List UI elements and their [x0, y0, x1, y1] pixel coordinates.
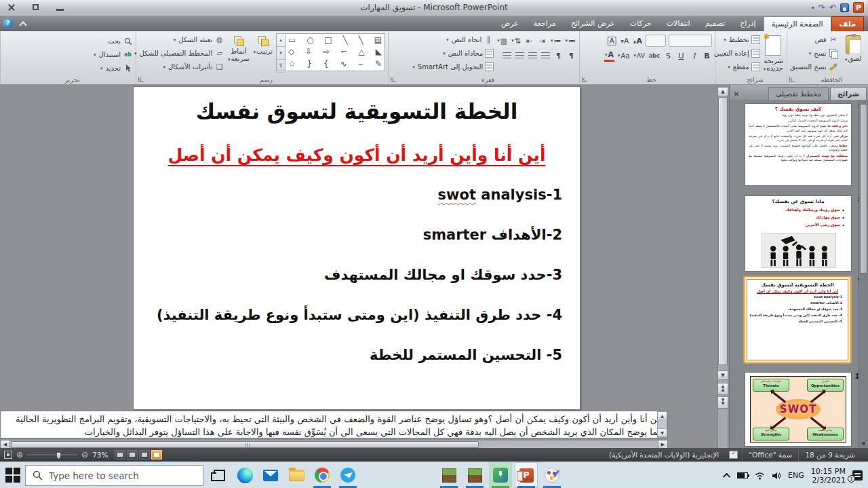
- shape-icon[interactable]: ⇨: [323, 47, 330, 57]
- clipboard-dialog-launcher-icon[interactable]: [789, 77, 795, 82]
- taskbar-search[interactable]: [25, 465, 203, 486]
- font-dialog-launcher-icon[interactable]: [582, 77, 587, 82]
- slide-10-thumbnail[interactable]: SWOT التهديدات والمخاطرThreats الفرصOppo…: [745, 372, 852, 447]
- align-text-button[interactable]: محاذاة النص: [412, 47, 494, 60]
- select-button[interactable]: تحديد: [3, 62, 133, 75]
- slide-list-item-2[interactable]: 2-الأهداف smarter: [423, 227, 562, 243]
- panel-close-icon[interactable]: ✕: [731, 89, 742, 100]
- powerpoint-logo-icon[interactable]: P: [853, 2, 864, 13]
- notes-vertical-scrollbar[interactable]: ▲ ▼: [657, 411, 667, 438]
- zoom-in-icon[interactable]: ⊕: [16, 451, 23, 459]
- numbering-button[interactable]: ≕: [550, 35, 562, 47]
- cut-button[interactable]: ✂قص: [790, 33, 838, 46]
- slide-9-thumbnail[interactable]: الخطة التسويقية لتسوق نفسك أين أنا وأين …: [747, 279, 848, 360]
- slide-canvas[interactable]: الخطة التسويقية لتسوق نفسك أين أنا وأين …: [134, 87, 580, 409]
- slide-8-thumbnail[interactable]: ماذا تسوق عن نفسك؟ سوق رؤيتك ورسالتك وأه…: [745, 195, 852, 271]
- show-hidden-icons-icon[interactable]: [723, 472, 730, 480]
- columns-button[interactable]: ▥: [496, 35, 508, 47]
- scroll-down-icon[interactable]: ▼: [717, 371, 728, 380]
- font-name-combobox[interactable]: [669, 35, 712, 47]
- taskbar-idm[interactable]: [489, 462, 512, 488]
- notes-scroll-down-icon[interactable]: ▼: [658, 429, 667, 437]
- theme-name[interactable]: سمة "Office": [742, 448, 798, 462]
- shape-icon[interactable]: ▤: [374, 35, 382, 45]
- volume-icon[interactable]: [772, 472, 781, 480]
- align-center-button[interactable]: [528, 50, 538, 62]
- change-case-button[interactable]: Aa: [617, 50, 630, 62]
- start-button[interactable]: [5, 468, 20, 483]
- format-painter-button[interactable]: نسخ التنسيق: [790, 60, 838, 73]
- section-button[interactable]: مقطع: [714, 60, 760, 73]
- bold-button[interactable]: B: [702, 50, 712, 62]
- replace-button[interactable]: abاستبدال: [3, 48, 133, 61]
- layout-button[interactable]: تخطيط: [714, 33, 760, 46]
- panel-tab-slides[interactable]: شرائح: [830, 87, 867, 100]
- shape-outline-button[interactable]: ▱المخطط التفصيلي للشكل: [134, 47, 224, 60]
- shape-effects-button[interactable]: ❑تأثيرات الأشكال: [134, 60, 224, 73]
- spellcheck-icon[interactable]: [729, 451, 738, 459]
- action-center-icon[interactable]: 1: [852, 470, 863, 481]
- font-color-button[interactable]: A: [604, 50, 614, 62]
- tab-insert[interactable]: إدراج: [732, 16, 763, 31]
- paragraph-dialog-launcher-icon[interactable]: [391, 77, 396, 82]
- tab-home[interactable]: الصفحة الرئيسية: [764, 16, 831, 31]
- fit-to-window-icon[interactable]: [4, 451, 12, 459]
- notes-scroll-up-icon[interactable]: ▲: [658, 412, 667, 420]
- rtl-direction-button[interactable]: ¶: [553, 50, 564, 62]
- zoom-slider[interactable]: [27, 454, 77, 456]
- search-input[interactable]: [49, 470, 184, 481]
- clear-formatting-icon[interactable]: 🄰: [607, 35, 617, 47]
- taskbar-chrome[interactable]: [311, 462, 334, 488]
- scroll-up-icon[interactable]: ▲: [717, 87, 728, 96]
- character-spacing-button[interactable]: AV: [633, 50, 646, 62]
- reset-button[interactable]: إعادة التعيين: [714, 47, 760, 60]
- quick-styles-button[interactable]: أنماط سريعة: [227, 33, 250, 74]
- panel-scroll-down-icon[interactable]: ▼: [859, 441, 868, 447]
- shape-icon[interactable]: ╲: [359, 35, 363, 45]
- shrink-font-button[interactable]: A▼: [620, 35, 630, 47]
- shadow-button[interactable]: S: [663, 50, 673, 62]
- shape-icon[interactable]: ☆: [288, 59, 296, 69]
- shape-icon[interactable]: ▭: [288, 35, 296, 45]
- taskbar-minecraft-1[interactable]: [437, 462, 460, 488]
- shape-icon[interactable]: □: [324, 35, 332, 45]
- notes-pane[interactable]: أين أنا وأين أريد أن أكون وكيف يمكن أن أ…: [0, 411, 668, 438]
- next-slide-icon[interactable]: ▼▼: [717, 396, 728, 409]
- shape-icon[interactable]: ⌐: [340, 47, 347, 57]
- shape-fill-button[interactable]: ◍تعبئة الشكل: [134, 33, 224, 46]
- slide-list-item-1[interactable]: swot analysis-1: [438, 187, 562, 203]
- shape-icon[interactable]: ✎: [375, 59, 382, 69]
- convert-smartart-button[interactable]: التحويل إلى SmartArt: [412, 60, 494, 73]
- help-icon[interactable]: ?: [3, 18, 13, 29]
- slide-title[interactable]: الخطة التسويقية لتسوق نفسك: [134, 99, 580, 124]
- shapes-gallery[interactable]: ▭○□╲╲▤ ◇⇩⇨⌐△◣ ☆}{∿⌣✎: [285, 33, 385, 71]
- shape-icon[interactable]: ∿: [340, 59, 347, 69]
- shape-icon[interactable]: {: [323, 59, 329, 69]
- shape-icon[interactable]: ⌣: [358, 59, 363, 69]
- panel-scroll-thumb[interactable]: [860, 104, 867, 274]
- tab-file[interactable]: ملف: [831, 16, 864, 31]
- shape-icon[interactable]: ◣: [376, 47, 382, 57]
- shape-icon[interactable]: ╲: [343, 35, 348, 45]
- scrollbar-thumb[interactable]: [718, 97, 728, 365]
- qat-customize-icon[interactable]: ▾: [812, 5, 814, 11]
- line-spacing-button[interactable]: ⇅: [511, 35, 521, 47]
- align-left-button[interactable]: [515, 50, 525, 62]
- slide-subtitle[interactable]: أين أنا وأين أريد أن أكون وكيف يمكن أن أ…: [134, 145, 580, 165]
- taskbar-mail[interactable]: [259, 462, 282, 488]
- slide-list-item-3[interactable]: 3-حدد سوقك او مجالك المستهدف: [324, 267, 562, 283]
- language-indicator[interactable]: الإنجليزية (الولايات المتحدة الأمريكية): [603, 448, 725, 462]
- increase-indent-button[interactable]: ⇥: [537, 35, 547, 47]
- zoom-level[interactable]: 73%: [92, 451, 108, 459]
- shape-icon[interactable]: ○: [307, 35, 313, 45]
- clock[interactable]: 10:15 PM 2/3/2021: [811, 467, 846, 485]
- horizontal-scroll-thumb[interactable]: [11, 441, 479, 448]
- tab-slideshow[interactable]: عرض الشرائح: [564, 16, 623, 31]
- italic-button[interactable]: I: [689, 50, 699, 62]
- drawing-dialog-launcher-icon[interactable]: [138, 77, 144, 82]
- copy-button[interactable]: نسخ: [790, 47, 838, 60]
- taskbar-minecraft-2[interactable]: [463, 462, 486, 488]
- slide-list-item-5[interactable]: 5- التحسين المستمر للخطة: [370, 347, 562, 363]
- grow-font-button[interactable]: A▲: [633, 35, 643, 47]
- tab-animations[interactable]: حركات: [623, 16, 659, 31]
